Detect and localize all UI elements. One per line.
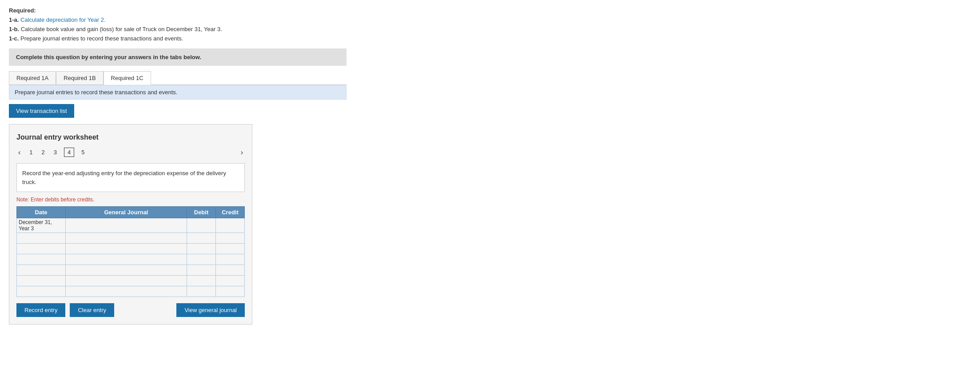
row3-journal[interactable]	[66, 244, 187, 254]
row6-journal-input[interactable]	[66, 276, 187, 286]
table-row	[17, 233, 245, 244]
row2-credit-input[interactable]	[216, 233, 244, 243]
required-item-1c: 1-c. Prepare journal entries to record t…	[9, 34, 971, 44]
row5-credit[interactable]	[216, 265, 245, 276]
complete-box: Complete this question by entering your …	[9, 48, 347, 66]
col-general-journal: General Journal	[66, 207, 187, 218]
row2-credit[interactable]	[216, 233, 245, 244]
row7-credit-input[interactable]	[216, 286, 244, 297]
tabs-container: Required 1A Required 1B Required 1C	[9, 71, 347, 85]
row7-credit[interactable]	[216, 286, 245, 297]
tab-1c-label: Required 1C	[111, 75, 143, 81]
row6-credit[interactable]	[216, 276, 245, 286]
col-date: Date	[17, 207, 66, 218]
required-items: 1-a. Calculate depreciation for Year 2. …	[9, 16, 971, 43]
page-5[interactable]: 5	[80, 148, 86, 156]
table-row	[17, 265, 245, 276]
row3-credit[interactable]	[216, 244, 245, 254]
row7-date[interactable]	[17, 286, 66, 297]
table-row: December 31, Year 3	[17, 218, 245, 233]
row3-journal-input[interactable]	[66, 244, 187, 254]
row7-debit-input[interactable]	[187, 286, 215, 297]
worksheet-container: Journal entry worksheet ‹ 1 2 3 4 5 › Re…	[9, 124, 252, 325]
row6-credit-input[interactable]	[216, 276, 244, 286]
col-credit: Credit	[216, 207, 245, 218]
col-debit: Debit	[187, 207, 216, 218]
clear-entry-button[interactable]: Clear entry	[70, 303, 114, 317]
row2-debit[interactable]	[187, 233, 216, 244]
row4-date-input[interactable]	[17, 254, 65, 265]
page-3[interactable]: 3	[52, 148, 59, 156]
row3-date-input[interactable]	[17, 244, 65, 254]
row1-journal[interactable]	[66, 218, 187, 233]
row7-journal-input[interactable]	[66, 286, 187, 297]
row7-debit[interactable]	[187, 286, 216, 297]
row6-debit-input[interactable]	[187, 276, 215, 286]
table-row	[17, 254, 245, 265]
row5-journal-input[interactable]	[66, 265, 187, 275]
row4-journal-input[interactable]	[66, 254, 187, 265]
row5-date[interactable]	[17, 265, 66, 276]
row7-date-input[interactable]	[17, 286, 65, 297]
page-prev-arrow[interactable]: ‹	[16, 148, 22, 156]
row3-debit[interactable]	[187, 244, 216, 254]
item-1c-text: Prepare journal entries to record these …	[20, 35, 183, 42]
row5-journal[interactable]	[66, 265, 187, 276]
row5-credit-input[interactable]	[216, 265, 244, 275]
row1-journal-input[interactable]	[66, 218, 187, 233]
tab-required-1c[interactable]: Required 1C	[104, 71, 151, 85]
row4-debit-input[interactable]	[187, 254, 215, 265]
page-1[interactable]: 1	[28, 148, 34, 156]
row3-date[interactable]	[17, 244, 66, 254]
table-row	[17, 244, 245, 254]
row4-credit[interactable]	[216, 254, 245, 265]
page-next-arrow[interactable]: ›	[239, 148, 245, 156]
table-row	[17, 286, 245, 297]
row2-debit-input[interactable]	[187, 233, 215, 243]
row3-credit-input[interactable]	[216, 244, 244, 254]
instruction-text: Prepare journal entries to record these …	[15, 89, 177, 96]
view-transaction-button[interactable]: View transaction list	[9, 104, 74, 118]
view-general-journal-button[interactable]: View general journal	[176, 303, 245, 317]
row4-journal[interactable]	[66, 254, 187, 265]
item-1b-text: Calculate book value and gain (loss) for…	[21, 26, 222, 32]
pagination: ‹ 1 2 3 4 5 ›	[16, 148, 245, 157]
action-buttons: Record entry Clear entry View general jo…	[16, 303, 245, 317]
row6-journal[interactable]	[66, 276, 187, 286]
row2-journal[interactable]	[66, 233, 187, 244]
row4-date[interactable]	[17, 254, 66, 265]
row4-debit[interactable]	[187, 254, 216, 265]
row1-credit[interactable]	[216, 218, 245, 233]
row4-credit-input[interactable]	[216, 254, 244, 265]
row1-credit-input[interactable]	[216, 218, 244, 233]
item-1a-link: Calculate depreciation for Year 2.	[20, 16, 106, 23]
row6-debit[interactable]	[187, 276, 216, 286]
tab-1b-label: Required 1B	[64, 75, 96, 81]
page-4[interactable]: 4	[64, 148, 74, 157]
tab-1a-label: Required 1A	[16, 75, 48, 81]
worksheet-instruction-box: Record the year-end adjusting entry for …	[16, 163, 245, 192]
worksheet-instruction-text: Record the year-end adjusting entry for …	[22, 170, 226, 185]
row2-journal-input[interactable]	[66, 233, 187, 243]
page-2[interactable]: 2	[40, 148, 47, 156]
tab-required-1a[interactable]: Required 1A	[9, 71, 56, 84]
row1-debit-input[interactable]	[187, 218, 215, 233]
row1-debit[interactable]	[187, 218, 216, 233]
note-text: Note: Enter debits before credits.	[16, 197, 245, 203]
tab-required-1b[interactable]: Required 1B	[56, 71, 103, 84]
row3-debit-input[interactable]	[187, 244, 215, 254]
row2-date[interactable]	[17, 233, 66, 244]
table-row	[17, 276, 245, 286]
row5-debit[interactable]	[187, 265, 216, 276]
complete-box-text: Complete this question by entering your …	[16, 54, 339, 60]
row2-date-input[interactable]	[17, 233, 65, 243]
item-1a-label: 1-a.	[9, 16, 20, 23]
row7-journal[interactable]	[66, 286, 187, 297]
record-entry-button[interactable]: Record entry	[16, 303, 65, 317]
worksheet-title: Journal entry worksheet	[16, 133, 245, 141]
row6-date-input[interactable]	[17, 276, 65, 286]
item-1b-label: 1-b.	[9, 26, 21, 32]
row5-date-input[interactable]	[17, 265, 65, 275]
row5-debit-input[interactable]	[187, 265, 215, 275]
row6-date[interactable]	[17, 276, 66, 286]
